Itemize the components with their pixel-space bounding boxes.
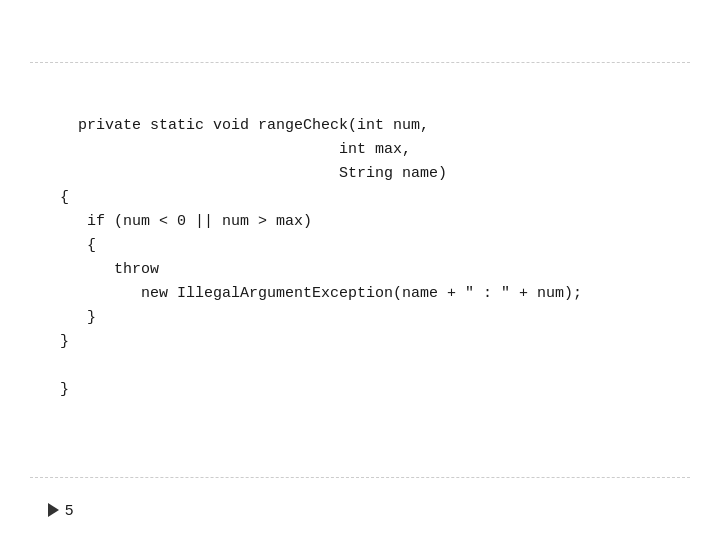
code-line-1: private static void rangeCheck(int num, — [78, 117, 429, 134]
slide-number-area: 5 — [48, 501, 73, 518]
code-line-3: String name) — [60, 165, 447, 182]
code-line-8: new IllegalArgumentException(name + " : … — [60, 285, 582, 302]
play-icon — [48, 503, 59, 517]
code-line-9: } — [60, 309, 96, 326]
code-block: private static void rangeCheck(int num, … — [60, 90, 582, 402]
code-line-5: if (num < 0 || num > max) — [60, 213, 312, 230]
code-line-11 — [60, 357, 69, 374]
code-line-10: } — [60, 333, 69, 350]
code-line-12: } — [60, 381, 69, 398]
code-line-7: throw — [60, 261, 159, 278]
top-divider — [30, 62, 690, 63]
code-line-6: { — [60, 237, 96, 254]
slide-number: 5 — [65, 501, 73, 518]
code-line-2: int max, — [60, 141, 411, 158]
code-line-4: { — [60, 189, 69, 206]
bottom-divider — [30, 477, 690, 478]
